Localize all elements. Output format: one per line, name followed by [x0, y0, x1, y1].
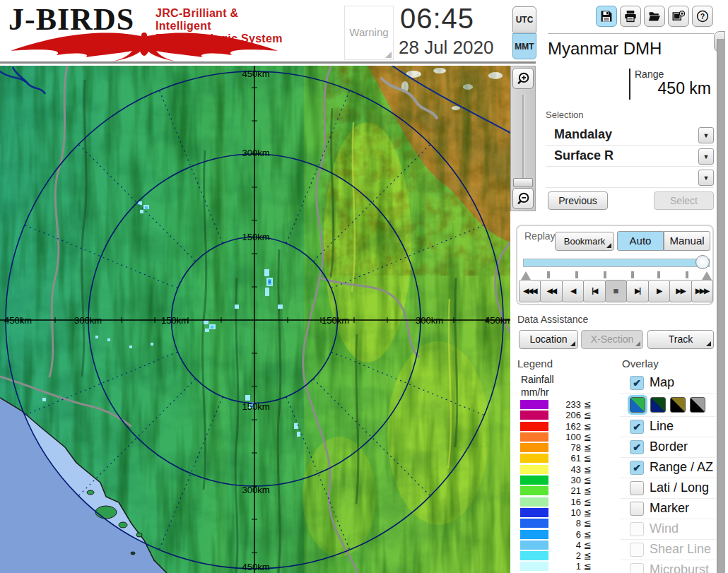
rewind-button[interactable]: ◀◀ — [540, 280, 562, 302]
radar-map-canvas: 450km 300km 150km 150km 300km 450km 450k… — [0, 66, 510, 573]
rainfall-legend: 233≦ 206≦ 162≦ 100≦ 78≦ 61≦ 43≦ 30≦ 21≦ … — [520, 400, 591, 573]
print-button[interactable] — [620, 6, 641, 27]
save-icon — [600, 10, 613, 23]
svg-text:450km: 450km — [4, 315, 32, 326]
overlay-item-wind: Wind — [620, 519, 715, 540]
checkbox-checked-icon[interactable]: ✔ — [630, 461, 644, 475]
checkbox-unchecked-icon[interactable] — [630, 481, 644, 495]
divider — [548, 33, 714, 34]
step-back-button[interactable]: |◀ — [583, 280, 605, 302]
legend-swatch — [520, 562, 548, 571]
checkbox-disabled-icon — [630, 543, 644, 557]
svg-text:450km: 450km — [242, 69, 269, 79]
replay-slider-track[interactable] — [523, 259, 710, 267]
zoom-slider-track[interactable] — [522, 95, 524, 187]
panel-scrollbar[interactable] — [717, 39, 725, 573]
legend-row: 4≦ — [520, 540, 591, 550]
legend-swatch — [520, 530, 548, 539]
corner-arrow-icon — [606, 243, 611, 248]
chevron-down-icon[interactable]: ▼ — [698, 170, 714, 186]
svg-text:?: ? — [700, 12, 705, 20]
map-style-swatch-2[interactable] — [650, 397, 666, 413]
auto-mode-button[interactable]: Auto — [617, 231, 664, 251]
play-button[interactable]: ▶ — [648, 280, 670, 302]
legend-row: 8≦ — [520, 519, 591, 528]
legend-row: 100≦ — [520, 432, 591, 442]
jbirds-logo: J-BIRDS JRC-Brilliant & Intelligent Rada… — [7, 1, 284, 62]
dropdown-extra[interactable]: ▼ — [546, 167, 714, 188]
range-value: 450 km — [658, 79, 711, 98]
fastest-forward-button[interactable]: ▶▶▶ — [691, 280, 713, 302]
chevron-down-icon[interactable]: ▼ — [698, 127, 714, 143]
checkbox-checked-icon[interactable]: ✔ — [630, 376, 644, 390]
overlay-item-line[interactable]: ✔ Line — [620, 417, 715, 437]
svg-text:150km: 150km — [322, 315, 349, 326]
legend-swatch — [520, 540, 548, 550]
corner-arrow-icon — [706, 341, 711, 346]
svg-text:150km: 150km — [161, 315, 189, 326]
help-button[interactable]: ? — [692, 6, 713, 27]
save-button[interactable] — [596, 6, 617, 27]
overlay-item-range-az[interactable]: ✔ Range / AZ — [620, 458, 715, 478]
checkbox-checked-icon[interactable]: ✔ — [630, 440, 644, 454]
svg-text:450km: 450km — [485, 315, 510, 326]
overlay-item-map[interactable]: ✔ Map — [620, 373, 715, 394]
manual-mode-button[interactable]: Manual — [664, 231, 710, 251]
svg-text:150km: 150km — [242, 401, 269, 412]
overlay-item-marker[interactable]: Marker — [620, 499, 715, 519]
legend-unit: mm/hr — [521, 386, 549, 398]
x-section-button[interactable]: X-Section — [581, 330, 643, 349]
bookmark-button[interactable]: Bookmark — [555, 232, 614, 251]
location-button[interactable]: Location — [519, 330, 578, 349]
radar-map[interactable]: 450km 300km 150km 150km 300km 450km 450k… — [0, 66, 510, 573]
site-name: Myanmar DMH — [548, 39, 662, 59]
chevron-down-icon[interactable]: ▼ — [698, 148, 714, 165]
overlay-item-lati-long[interactable]: Lati / Long — [620, 478, 715, 499]
legend-row: 30≦ — [520, 475, 591, 485]
step-forward-button[interactable]: ▶| — [626, 280, 648, 302]
svg-text:300km: 300km — [416, 315, 443, 326]
zoom-out-button[interactable] — [512, 188, 534, 209]
map-style-swatch-1[interactable] — [630, 397, 645, 413]
checkbox-checked-icon[interactable]: ✔ — [630, 420, 644, 434]
fast-rewind-button[interactable]: ◀◀◀ — [519, 280, 541, 302]
timezone-mmt-button[interactable]: MMT — [512, 33, 536, 59]
svg-text:300km: 300km — [242, 485, 269, 495]
checkbox-unchecked-icon[interactable] — [630, 502, 644, 516]
previous-button[interactable]: Previous — [548, 191, 608, 210]
corner-arrow-icon — [635, 341, 640, 346]
range-display: Range 450 km — [548, 67, 714, 101]
timezone-utc-button[interactable]: UTC — [512, 6, 536, 33]
dropdown-product-value: Surface R — [554, 148, 613, 163]
stop-button[interactable]: ■ — [605, 280, 627, 302]
capture-image-icon — [672, 10, 685, 23]
map-style-swatch-4[interactable] — [690, 397, 705, 413]
legend-row: 43≦ — [520, 465, 591, 474]
overlay-item-border[interactable]: ✔ Border — [620, 437, 715, 458]
replay-slider-handle[interactable] — [695, 255, 710, 269]
jbirds-app: 450km 300km 150km 150km 300km 450km 450k… — [0, 0, 728, 573]
capture-button[interactable] — [668, 6, 689, 27]
checkbox-disabled-icon — [630, 563, 644, 573]
track-button[interactable]: Track — [647, 330, 714, 349]
dropdown-product[interactable]: Surface R ▼ — [546, 146, 714, 167]
map-style-swatch-3[interactable] — [670, 397, 686, 413]
dropdown-site[interactable]: Mandalay ▼ — [546, 125, 714, 146]
fast-forward-button[interactable]: ▶▶ — [669, 280, 691, 302]
legend-swatch — [520, 465, 548, 474]
select-button[interactable]: Select — [654, 191, 714, 210]
divider — [629, 69, 630, 100]
warning-button[interactable]: Warning — [344, 6, 394, 60]
eagle-logo-icon — [7, 30, 281, 62]
legend-swatch — [520, 551, 548, 560]
legend-row: 6≦ — [520, 530, 591, 539]
resize-grip-icon — [385, 52, 392, 58]
play-backward-button[interactable]: ◀ — [562, 280, 584, 302]
legend-swatch — [520, 400, 548, 409]
overlay-label: Overlay — [622, 358, 659, 370]
open-folder-button[interactable] — [644, 6, 665, 27]
legend-swatch — [520, 519, 548, 528]
zoom-in-button[interactable] — [512, 68, 534, 89]
overlay-list: ✔ Map ✔ Line ✔ Border ✔ Range / AZ Lati … — [620, 373, 715, 573]
zoom-slider-handle[interactable] — [513, 178, 533, 187]
